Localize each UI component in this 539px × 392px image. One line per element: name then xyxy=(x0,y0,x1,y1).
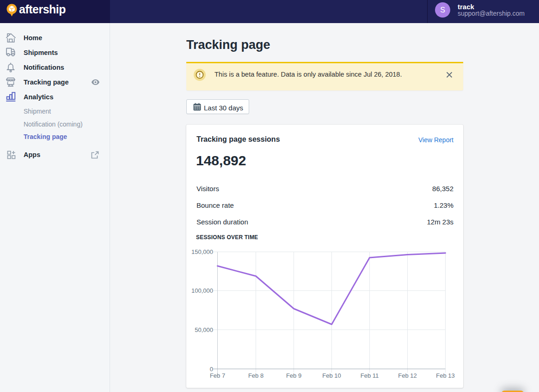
svg-text:Feb 13: Feb 13 xyxy=(436,372,454,379)
svg-text:Feb 10: Feb 10 xyxy=(322,372,341,379)
svg-text:Feb 9: Feb 9 xyxy=(286,372,301,379)
svg-text:0: 0 xyxy=(210,366,213,373)
svg-text:100,000: 100,000 xyxy=(191,287,213,294)
svg-text:Feb 8: Feb 8 xyxy=(248,372,263,379)
svg-text:Feb 12: Feb 12 xyxy=(398,372,416,379)
svg-text:50,000: 50,000 xyxy=(195,326,213,333)
svg-text:Feb 11: Feb 11 xyxy=(361,372,379,379)
svg-text:Feb 7: Feb 7 xyxy=(210,372,225,379)
svg-text:150,000: 150,000 xyxy=(191,248,213,255)
